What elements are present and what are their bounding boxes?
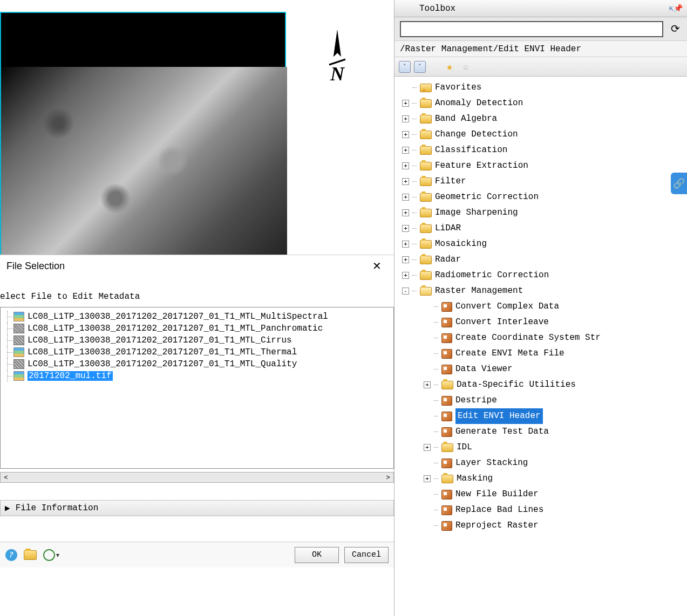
tree-item-label: Layer Stacking: [455, 455, 528, 471]
tree-item[interactable]: +Radiometric Correction: [397, 268, 685, 283]
tree-item-label: Edit ENVI Header: [455, 408, 543, 424]
tree-item-label: Anomaly Detection: [435, 95, 523, 111]
file-list[interactable]: LC08_L1TP_130038_20171202_20171207_01_T1…: [0, 307, 394, 469]
tree-item[interactable]: +Anomaly Detection: [397, 95, 685, 111]
tree-item-label: Reproject Raster: [455, 518, 539, 533]
expand-icon[interactable]: +: [402, 256, 409, 263]
expand-icon[interactable]: +: [402, 194, 409, 201]
tool-icon: [441, 505, 452, 515]
history-icon[interactable]: [43, 549, 55, 561]
tool-icon: [441, 365, 452, 374]
toolbox-tree[interactable]: Favorites+Anomaly Detection+Band Algebra…: [394, 77, 687, 616]
list-item[interactable]: LC08_L1TP_130038_20171202_20171207_01_T1…: [4, 346, 390, 358]
expand-icon[interactable]: +: [424, 381, 431, 388]
ok-button[interactable]: OK: [295, 547, 339, 563]
tool-icon: [441, 318, 452, 327]
file-information-header[interactable]: ▶ File Information: [0, 500, 394, 516]
tree-item[interactable]: +Radar: [397, 252, 685, 268]
folder-icon: [420, 240, 432, 249]
dialog-titlebar: File Selection ✕: [0, 255, 394, 277]
expand-icon[interactable]: +: [402, 131, 409, 138]
tree-item[interactable]: +Classification: [397, 142, 685, 158]
tree-spacer: [402, 84, 409, 91]
expand-icon[interactable]: +: [402, 100, 409, 107]
tree-item[interactable]: Data Viewer: [397, 361, 685, 377]
file-icon: [13, 371, 24, 381]
collapse-up-icon[interactable]: ˄: [399, 61, 411, 73]
close-icon[interactable]: ✕: [366, 258, 387, 274]
favorite-gray-icon[interactable]: ☆: [459, 60, 472, 73]
tree-item[interactable]: Favorites: [397, 80, 685, 95]
tree-item[interactable]: -Raster Management: [397, 283, 685, 299]
tree-item[interactable]: Create ENVI Meta File: [397, 346, 685, 361]
tree-item[interactable]: +Feature Extraction: [397, 158, 685, 174]
expand-icon[interactable]: +: [424, 444, 431, 451]
tree-item[interactable]: +Band Algebra: [397, 111, 685, 127]
tree-item-label: Data-Specific Utilities: [457, 377, 576, 393]
folder-open-icon: [420, 287, 432, 296]
tree-item[interactable]: +Masking: [397, 471, 685, 487]
tree-item[interactable]: Generate Test Data: [397, 424, 685, 440]
tool-icon: [441, 427, 452, 437]
tree-item[interactable]: +Change Detection: [397, 127, 685, 142]
tree-item[interactable]: +Filter: [397, 174, 685, 189]
tree-item[interactable]: +Geometric Correction: [397, 189, 685, 205]
side-tab-icon[interactable]: 🔗: [671, 173, 687, 194]
tree-item-label: Filter: [435, 174, 466, 189]
pin-icon[interactable]: ⇱📌: [669, 4, 683, 13]
horizontal-scrollbar[interactable]: < >: [0, 472, 394, 483]
tree-item[interactable]: Create Coordinate System Str: [397, 330, 685, 346]
tool-icon: [441, 396, 452, 406]
scroll-left-icon[interactable]: <: [2, 474, 10, 481]
tree-item[interactable]: Convert Complex Data: [397, 299, 685, 314]
expand-icon[interactable]: +: [402, 178, 409, 185]
tree-item[interactable]: Destripe: [397, 393, 685, 408]
tree-item[interactable]: Replace Bad Lines: [397, 502, 685, 518]
list-item[interactable]: LC08_L1TP_130038_20171202_20171207_01_T1…: [4, 358, 390, 370]
expand-icon[interactable]: +: [402, 241, 409, 248]
tree-spacer: [424, 350, 431, 357]
list-item[interactable]: 20171202_mul.tif: [4, 370, 390, 382]
tree-item[interactable]: +LiDAR: [397, 221, 685, 236]
help-icon[interactable]: ?: [5, 549, 17, 561]
expand-icon[interactable]: +: [402, 209, 409, 216]
list-item[interactable]: LC08_L1TP_130038_20171202_20171207_01_T1…: [4, 311, 390, 323]
expand-icon[interactable]: +: [402, 162, 409, 169]
tree-item[interactable]: +Data-Specific Utilities: [397, 377, 685, 393]
expand-icon[interactable]: +: [402, 225, 409, 232]
tree-item[interactable]: +Mosaicking: [397, 236, 685, 252]
folder-icon: [420, 256, 432, 264]
tree-item[interactable]: Convert Interleave: [397, 314, 685, 330]
image-viewer[interactable]: [0, 12, 286, 255]
expand-down-icon[interactable]: ˅: [414, 61, 426, 73]
expand-icon[interactable]: +: [402, 147, 409, 154]
tree-item-label: Data Viewer: [455, 361, 513, 377]
folder-icon: [420, 115, 432, 124]
cancel-button[interactable]: Cancel: [344, 547, 389, 563]
list-item[interactable]: LC08_L1TP_130038_20171202_20171207_01_T1…: [4, 323, 390, 334]
scroll-right-icon[interactable]: >: [384, 474, 392, 481]
tree-item[interactable]: Edit ENVI Header: [397, 408, 685, 424]
tree-spacer: [424, 522, 431, 529]
folder-icon: [420, 224, 432, 233]
expand-icon[interactable]: +: [424, 475, 431, 482]
tree-item-label: Classification: [435, 142, 507, 158]
tree-item[interactable]: +IDL: [397, 440, 685, 455]
search-input[interactable]: [400, 21, 663, 37]
list-item[interactable]: LC08_L1TP_130038_20171202_20171207_01_T1…: [4, 334, 390, 346]
tree-item[interactable]: Reproject Raster: [397, 518, 685, 533]
tree-item[interactable]: Layer Stacking: [397, 455, 685, 471]
satellite-image: [1, 67, 287, 255]
chevron-right-icon: ▶: [5, 503, 10, 514]
open-folder-icon[interactable]: [24, 550, 37, 560]
collapse-icon[interactable]: -: [402, 288, 409, 295]
tree-spacer: [424, 460, 431, 467]
favorite-add-icon[interactable]: ★: [443, 60, 456, 73]
expand-icon[interactable]: +: [402, 115, 409, 122]
refresh-icon[interactable]: ⟳: [669, 23, 682, 36]
tree-item[interactable]: +Image Sharpening: [397, 205, 685, 221]
file-selection-dialog: File Selection ✕ elect File to Edit Meta…: [0, 255, 394, 567]
expand-icon[interactable]: +: [402, 272, 409, 279]
tree-item[interactable]: New File Builder: [397, 487, 685, 502]
tree-item-label: Masking: [457, 471, 493, 487]
